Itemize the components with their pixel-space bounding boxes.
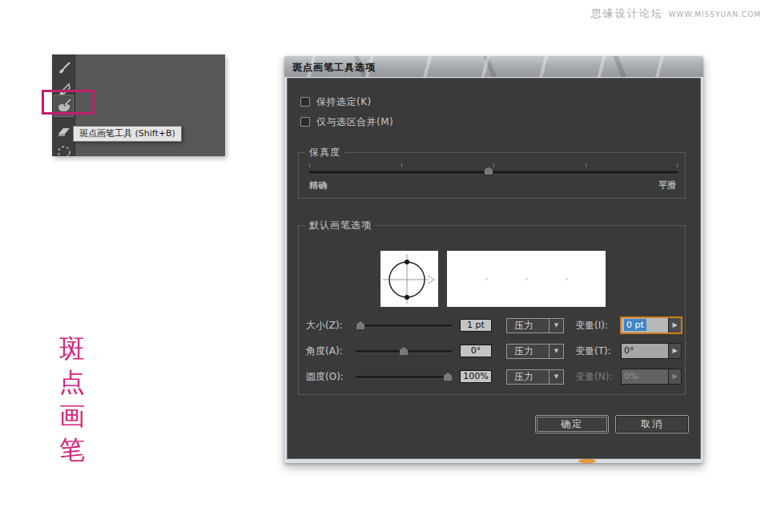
caption-char-2: 点	[54, 365, 90, 399]
watermark-site-name: 思缘设计论坛	[591, 6, 663, 21]
fidelity-slider-track[interactable]	[309, 171, 678, 174]
keep-selected-checkbox[interactable]	[300, 97, 310, 107]
angle-variation-label: 变量(T):	[575, 345, 621, 358]
roundness-mode-value: 压力	[507, 370, 549, 384]
dialog-title: 斑点画笔工具选项	[284, 56, 376, 75]
fidelity-legend: 保真度	[305, 147, 344, 158]
roundness-variation-field: 0% ▶	[621, 369, 682, 385]
caption-char-1: 斑	[54, 332, 90, 365]
smooth-tool-icon	[56, 144, 72, 160]
dialog-titlebar[interactable]: 斑点画笔工具选项	[284, 56, 703, 77]
size-slider-handle[interactable]	[356, 321, 364, 329]
fidelity-min-label: 精确	[309, 179, 327, 191]
brush-tip-preview	[380, 251, 438, 307]
orange-smudge	[578, 459, 596, 463]
size-variation-input[interactable]: 0 pt	[622, 318, 668, 332]
size-label: 大小(Z):	[306, 319, 356, 332]
chevron-down-icon[interactable]: ▼	[549, 319, 563, 332]
angle-label: 角度(A):	[306, 345, 356, 358]
stroke-preview-dot	[525, 278, 528, 280]
size-variation-field[interactable]: 0 pt ▶	[621, 317, 682, 333]
watermark-site-url: WWW.MISSYUAN.COM	[669, 10, 761, 18]
roundness-variation-label: 变量(N):	[575, 370, 621, 384]
spinner-arrow-icon: ▶	[668, 369, 681, 384]
angle-variation-input[interactable]: 0°	[622, 344, 668, 358]
chevron-down-icon[interactable]: ▼	[549, 370, 563, 384]
roundness-row: 圆度(O): 100% 压力 ▼ 变量(N): 0% ▶	[306, 369, 682, 385]
size-row: 大小(Z): 1 pt 压力 ▼ 变量(I): 0 pt ▶	[306, 317, 682, 333]
angle-mode-dropdown[interactable]: 压力 ▼	[506, 344, 564, 359]
size-mode-dropdown[interactable]: 压力 ▼	[506, 318, 564, 333]
brush-options-legend: 默认画笔选项	[305, 220, 376, 231]
roundness-label: 圆度(O):	[306, 370, 356, 384]
paintbrush-tool-button[interactable]	[54, 59, 74, 79]
angle-slider[interactable]	[356, 346, 452, 356]
spinner-arrow-icon[interactable]: ▶	[668, 344, 681, 358]
fidelity-tick	[401, 163, 402, 167]
size-value-field[interactable]: 1 pt	[460, 319, 492, 332]
merge-only-checkbox[interactable]	[300, 117, 310, 127]
caption-char-4: 笔	[54, 433, 90, 466]
fidelity-tick	[586, 163, 586, 167]
angle-mode-value: 压力	[507, 345, 549, 358]
caption-char-3: 画	[54, 399, 90, 433]
ok-button[interactable]: 确定	[535, 415, 609, 433]
cancel-button[interactable]: 取消	[615, 415, 689, 433]
roundness-slider-handle[interactable]	[444, 373, 452, 381]
roundness-slider-track[interactable]	[356, 376, 452, 378]
size-slider-track[interactable]	[356, 324, 452, 327]
angle-value-field[interactable]: 0°	[460, 345, 492, 357]
keep-selected-label[interactable]: 保持选定(K)	[316, 95, 372, 109]
size-mode-value: 压力	[507, 319, 549, 332]
eraser-icon	[56, 123, 72, 139]
fidelity-tick	[493, 163, 494, 167]
fidelity-tick	[677, 163, 678, 167]
stroke-preview	[447, 251, 606, 307]
size-slider[interactable]	[356, 320, 452, 330]
tool-tooltip: 斑点画笔工具 (Shift+B)	[73, 126, 182, 142]
roundness-slider[interactable]	[356, 372, 452, 381]
keep-selected-checkbox-row[interactable]: 保持选定(K)	[300, 96, 372, 107]
watermark: 思缘设计论坛 WWW.MISSYUAN.COM	[591, 6, 761, 21]
fidelity-group: 保真度 精确 平滑	[298, 152, 686, 199]
angle-slider-handle[interactable]	[400, 347, 408, 355]
spinner-arrow-icon[interactable]: ▶	[668, 318, 681, 332]
fidelity-slider-handle[interactable]	[484, 167, 493, 175]
size-variation-label: 变量(I):	[575, 319, 621, 332]
merge-only-label[interactable]: 仅与选区合并(M)	[316, 115, 393, 129]
roundness-mode-dropdown[interactable]: 压力 ▼	[506, 369, 564, 385]
angle-row: 角度(A): 0° 压力 ▼ 变量(T): 0° ▶	[306, 343, 682, 359]
fidelity-max-label: 平滑	[658, 179, 676, 191]
brush-tip-circle-diagram-icon	[380, 295, 438, 310]
angle-variation-field[interactable]: 0° ▶	[621, 343, 682, 359]
paintbrush-icon	[56, 61, 72, 77]
dialog-blob-brush-options: 斑点画笔工具选项 保持选定(K) 仅与选区合并(M) 保真度	[284, 56, 703, 463]
dialog-body: 保持选定(K) 仅与选区合并(M) 保真度 精确 平滑 默认	[287, 78, 701, 459]
default-brush-options-group: 默认画笔选项	[298, 225, 686, 395]
roundness-variation-input: 0%	[622, 369, 668, 384]
selected-text: 0 pt	[624, 319, 646, 331]
stroke-preview-dot	[566, 278, 568, 280]
tool-tooltip-text: 斑点画笔工具 (Shift+B)	[79, 128, 175, 139]
highlight-rectangle	[42, 90, 95, 115]
merge-only-checkbox-row[interactable]: 仅与选区合并(M)	[300, 116, 393, 127]
fidelity-tick	[309, 163, 310, 167]
smooth-tool-button[interactable]	[54, 143, 74, 162]
caption-vertical-text: 斑 点 画 笔	[54, 332, 90, 466]
page: 思缘设计论坛 WWW.MISSYUAN.COM	[0, 0, 769, 532]
chevron-down-icon[interactable]: ▼	[549, 345, 563, 358]
eraser-tool-button[interactable]	[54, 122, 74, 141]
roundness-value-field[interactable]: 100%	[460, 370, 492, 383]
stroke-preview-dot	[485, 278, 488, 280]
